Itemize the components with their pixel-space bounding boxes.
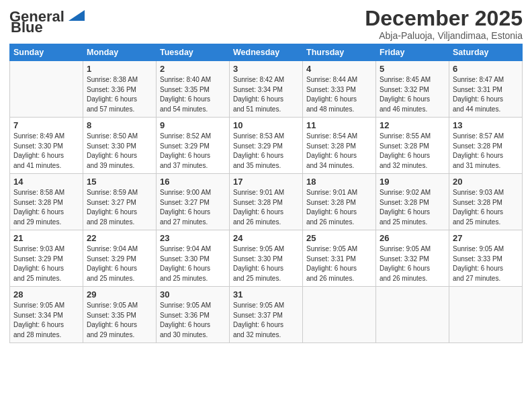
day-info: Sunrise: 9:05 AMSunset: 3:32 PMDaylight:… [380,244,445,283]
day-info: Sunrise: 9:02 AMSunset: 3:28 PMDaylight:… [380,188,445,227]
day-number: 17 [233,177,299,187]
logo-blue: Blue [11,20,43,35]
calendar-week-row: 14Sunrise: 8:58 AMSunset: 3:28 PMDayligh… [10,174,523,230]
calendar-cell: 17Sunrise: 9:01 AMSunset: 3:28 PMDayligh… [230,174,303,230]
day-number: 10 [233,120,299,130]
calendar-cell: 11Sunrise: 8:54 AMSunset: 3:28 PMDayligh… [303,118,376,174]
day-info: Sunrise: 9:03 AMSunset: 3:29 PMDaylight:… [13,244,79,283]
day-info: Sunrise: 8:49 AMSunset: 3:30 PMDaylight:… [13,132,79,171]
weekday-header-thursday: Thursday [303,44,376,61]
day-info: Sunrise: 8:50 AMSunset: 3:30 PMDaylight:… [87,132,152,171]
day-number: 18 [306,177,372,187]
day-info: Sunrise: 8:58 AMSunset: 3:28 PMDaylight:… [13,188,79,227]
day-info: Sunrise: 8:55 AMSunset: 3:28 PMDaylight:… [380,132,445,171]
calendar-week-row: 28Sunrise: 9:05 AMSunset: 3:34 PMDayligh… [10,287,523,343]
calendar-cell: 24Sunrise: 9:05 AMSunset: 3:30 PMDayligh… [230,230,303,287]
calendar-week-row: 21Sunrise: 9:03 AMSunset: 3:29 PMDayligh… [10,230,523,287]
weekday-header-sunday: Sunday [10,44,83,61]
calendar-cell: 14Sunrise: 8:58 AMSunset: 3:28 PMDayligh… [10,174,83,230]
day-number: 12 [380,120,445,130]
day-number: 5 [380,64,445,74]
day-number: 3 [233,64,299,74]
weekday-header-monday: Monday [83,44,157,61]
logo-arrow-icon [66,7,85,24]
calendar-cell: 7Sunrise: 8:49 AMSunset: 3:30 PMDaylight… [10,118,83,174]
day-number: 11 [306,120,372,130]
day-number: 2 [160,64,226,74]
day-info: Sunrise: 9:05 AMSunset: 3:37 PMDaylight:… [233,301,299,340]
day-number: 29 [87,289,152,300]
calendar-cell: 25Sunrise: 9:05 AMSunset: 3:31 PMDayligh… [303,230,376,287]
header: General Blue December 2025 Abja-Paluoja,… [9,7,523,41]
day-info: Sunrise: 9:00 AMSunset: 3:27 PMDaylight:… [160,188,226,227]
day-number: 23 [160,233,226,243]
calendar-cell: 5Sunrise: 8:45 AMSunset: 3:32 PMDaylight… [376,61,449,118]
calendar-cell [376,287,449,343]
calendar-cell: 26Sunrise: 9:05 AMSunset: 3:32 PMDayligh… [376,230,449,287]
weekday-header-row: SundayMondayTuesdayWednesdayThursdayFrid… [10,44,523,61]
calendar-cell [303,287,376,343]
calendar-cell: 21Sunrise: 9:03 AMSunset: 3:29 PMDayligh… [10,230,83,287]
day-info: Sunrise: 8:40 AMSunset: 3:35 PMDaylight:… [160,75,226,114]
calendar-cell: 28Sunrise: 9:05 AMSunset: 3:34 PMDayligh… [10,287,83,343]
calendar-cell: 1Sunrise: 8:38 AMSunset: 3:36 PMDaylight… [83,61,157,118]
svg-marker-0 [69,10,85,21]
day-info: Sunrise: 9:05 AMSunset: 3:36 PMDaylight:… [160,301,226,340]
day-number: 15 [87,177,152,187]
calendar-cell: 22Sunrise: 9:04 AMSunset: 3:29 PMDayligh… [83,230,157,287]
calendar-cell: 16Sunrise: 9:00 AMSunset: 3:27 PMDayligh… [157,174,230,230]
calendar-cell: 2Sunrise: 8:40 AMSunset: 3:35 PMDaylight… [157,61,230,118]
day-number: 22 [87,233,152,243]
day-number: 31 [233,289,299,300]
weekday-header-friday: Friday [376,44,449,61]
calendar-cell: 19Sunrise: 9:02 AMSunset: 3:28 PMDayligh… [376,174,449,230]
day-number: 21 [13,233,79,243]
weekday-header-wednesday: Wednesday [230,44,303,61]
weekday-header-tuesday: Tuesday [157,44,230,61]
day-number: 8 [87,120,152,130]
day-info: Sunrise: 9:05 AMSunset: 3:35 PMDaylight:… [87,301,152,340]
day-number: 9 [160,120,226,130]
page-container: General Blue December 2025 Abja-Paluoja,… [0,0,532,347]
day-number: 4 [306,64,372,74]
calendar-cell: 12Sunrise: 8:55 AMSunset: 3:28 PMDayligh… [376,118,449,174]
calendar-cell: 13Sunrise: 8:57 AMSunset: 3:28 PMDayligh… [449,118,523,174]
day-number: 7 [13,120,79,130]
day-number: 19 [380,177,445,187]
month-title: December 2025 [365,7,523,30]
day-info: Sunrise: 9:01 AMSunset: 3:28 PMDaylight:… [233,188,299,227]
calendar-table: SundayMondayTuesdayWednesdayThursdayFrid… [9,44,523,343]
day-number: 30 [160,289,226,300]
day-number: 20 [453,177,519,187]
calendar-cell: 20Sunrise: 9:03 AMSunset: 3:28 PMDayligh… [449,174,523,230]
subtitle: Abja-Paluoja, Viljandimaa, Estonia [365,30,523,41]
day-number: 27 [453,233,519,243]
day-number: 16 [160,177,226,187]
calendar-week-row: 1Sunrise: 8:38 AMSunset: 3:36 PMDaylight… [10,61,523,118]
calendar-cell: 9Sunrise: 8:52 AMSunset: 3:29 PMDaylight… [157,118,230,174]
day-number: 13 [453,120,519,130]
calendar-cell: 18Sunrise: 9:01 AMSunset: 3:28 PMDayligh… [303,174,376,230]
weekday-header-saturday: Saturday [449,44,523,61]
day-info: Sunrise: 8:45 AMSunset: 3:32 PMDaylight:… [380,75,445,114]
day-info: Sunrise: 8:42 AMSunset: 3:34 PMDaylight:… [233,75,299,114]
day-info: Sunrise: 8:52 AMSunset: 3:29 PMDaylight:… [160,132,226,171]
calendar-cell: 23Sunrise: 9:04 AMSunset: 3:30 PMDayligh… [157,230,230,287]
calendar-cell: 3Sunrise: 8:42 AMSunset: 3:34 PMDaylight… [230,61,303,118]
calendar-cell [10,61,83,118]
day-info: Sunrise: 8:47 AMSunset: 3:31 PMDaylight:… [453,75,519,114]
day-info: Sunrise: 8:57 AMSunset: 3:28 PMDaylight:… [453,132,519,171]
day-info: Sunrise: 8:54 AMSunset: 3:28 PMDaylight:… [306,132,372,171]
day-info: Sunrise: 8:38 AMSunset: 3:36 PMDaylight:… [87,75,152,114]
day-info: Sunrise: 8:59 AMSunset: 3:27 PMDaylight:… [87,188,152,227]
calendar-cell: 31Sunrise: 9:05 AMSunset: 3:37 PMDayligh… [230,287,303,343]
calendar-cell: 27Sunrise: 9:05 AMSunset: 3:33 PMDayligh… [449,230,523,287]
day-number: 14 [13,177,79,187]
calendar-cell: 8Sunrise: 8:50 AMSunset: 3:30 PMDaylight… [83,118,157,174]
day-info: Sunrise: 9:03 AMSunset: 3:28 PMDaylight:… [453,188,519,227]
day-info: Sunrise: 9:05 AMSunset: 3:33 PMDaylight:… [453,244,519,283]
day-info: Sunrise: 9:05 AMSunset: 3:34 PMDaylight:… [13,301,79,340]
title-block: December 2025 Abja-Paluoja, Viljandimaa,… [365,7,523,41]
day-info: Sunrise: 9:01 AMSunset: 3:28 PMDaylight:… [306,188,372,227]
day-number: 28 [13,289,79,300]
